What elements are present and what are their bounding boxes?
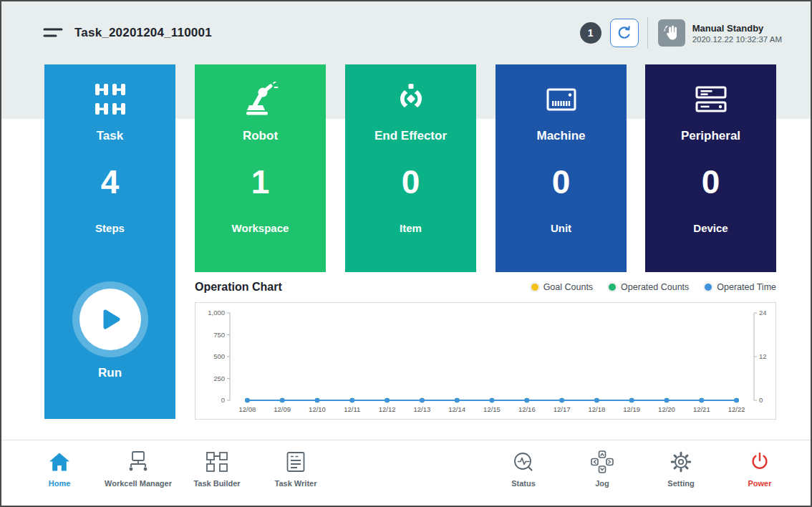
operation-chart-title: Operation Chart — [195, 281, 282, 294]
task-writer-icon — [286, 449, 306, 475]
nav-label-power: Power — [748, 479, 771, 488]
operated-counts-label: Operated Counts — [621, 282, 689, 292]
robot-card-label: Robot — [243, 129, 278, 143]
svg-text:12/09: 12/09 — [274, 405, 291, 413]
nav-label-status: Status — [511, 479, 536, 488]
nav-item-status[interactable]: Status — [484, 449, 563, 488]
rotate-icon — [617, 25, 632, 41]
svg-text:750: 750 — [213, 331, 225, 339]
task-title: Task_20201204_110001 — [74, 26, 212, 40]
legend-item-goal-counts: Goal Counts — [531, 282, 593, 292]
end-effector-icon — [395, 79, 427, 120]
peripheral-icon — [695, 79, 728, 120]
peripheral-card[interactable]: Peripheral 0 Device — [645, 64, 776, 272]
nav-item-task-builder[interactable]: Task Builder — [178, 449, 256, 488]
svg-text:12/22: 12/22 — [728, 405, 745, 413]
gear-icon — [670, 449, 692, 475]
nav-item-setting[interactable]: Setting — [642, 449, 720, 488]
notification-count-badge[interactable]: 1 — [580, 22, 601, 44]
goal-counts-label: Goal Counts — [543, 282, 593, 292]
svg-text:12/20: 12/20 — [658, 405, 675, 413]
robot-card[interactable]: Robot 1 Workspace — [195, 64, 326, 272]
play-icon — [98, 306, 122, 332]
robot-count: 1 — [251, 163, 270, 201]
svg-text:24: 24 — [759, 309, 767, 317]
svg-text:12/18: 12/18 — [589, 405, 606, 413]
svg-text:250: 250 — [213, 375, 225, 382]
jog-icon — [590, 449, 614, 475]
hamburger-icon — [43, 26, 63, 40]
end-effector-card[interactable]: End Effector 0 Item — [345, 64, 476, 272]
task-card[interactable]: Task 4 Steps Run — [44, 64, 175, 419]
task-card-unit: Steps — [95, 222, 125, 234]
svg-text:12/10: 12/10 — [309, 405, 326, 413]
svg-text:12/15: 12/15 — [483, 405, 501, 413]
legend-item-operated-time: Operated Time — [705, 282, 776, 292]
task-steps-count: 4 — [101, 163, 120, 201]
legend-item-operated-counts: Operated Counts — [609, 282, 689, 292]
machine-card-label: Machine — [536, 129, 585, 143]
task-icon — [95, 79, 125, 120]
datetime-label: 2020.12.22 10:32:37 AM — [692, 35, 782, 44]
operated-time-dot — [705, 284, 712, 291]
app-window: Task_20201204_110001 1 Manual Standby 20… — [0, 0, 812, 507]
svg-text:0: 0 — [759, 396, 763, 404]
svg-text:12/14: 12/14 — [448, 405, 465, 413]
nav-item-workcell-manager[interactable]: Workcell Manager — [99, 449, 178, 488]
operated-counts-dot — [609, 284, 616, 291]
nav-item-task-writer[interactable]: Task Writer — [256, 449, 335, 488]
operation-chart-header: Operation Chart Goal Counts Operated Cou… — [195, 281, 776, 294]
svg-text:12/21: 12/21 — [693, 405, 710, 413]
manual-mode-icon[interactable] — [658, 19, 685, 47]
robot-mode-label: Manual Standby — [692, 23, 782, 34]
machine-icon — [544, 79, 579, 120]
peripheral-card-label: Peripheral — [681, 129, 740, 143]
svg-text:12/19: 12/19 — [623, 405, 640, 413]
robot-icon — [243, 79, 279, 120]
operation-chart-plot: 02505007501,0000122412/0812/0912/1012/11… — [195, 302, 776, 420]
machine-card[interactable]: Machine 0 Unit — [496, 64, 627, 272]
servo-rotate-button[interactable] — [610, 19, 639, 47]
svg-text:12/16: 12/16 — [518, 405, 536, 413]
machine-count: 0 — [552, 163, 571, 201]
nav-label-home: Home — [49, 479, 71, 488]
nav-group-right: Status — [484, 449, 799, 488]
home-icon — [49, 449, 70, 475]
machine-card-unit: Unit — [551, 222, 571, 234]
goal-counts-dot — [531, 284, 538, 291]
svg-text:0: 0 — [221, 396, 225, 404]
hand-icon — [663, 24, 680, 42]
robot-card-unit: Workspace — [232, 222, 289, 234]
nav-label-setting: Setting — [667, 479, 694, 488]
end-effector-card-label: End Effector — [374, 129, 447, 143]
svg-text:12/08: 12/08 — [239, 405, 256, 413]
hamburger-menu-button[interactable] — [43, 26, 63, 40]
svg-text:12/17: 12/17 — [554, 405, 571, 413]
nav-label-task-builder: Task Builder — [193, 479, 240, 488]
power-icon — [749, 449, 770, 475]
end-effector-count: 0 — [402, 163, 420, 201]
peripheral-count: 0 — [702, 163, 720, 201]
nav-label-workcell-manager: Workcell Manager — [105, 479, 172, 488]
run-label: Run — [98, 366, 122, 380]
run-button[interactable] — [79, 289, 141, 350]
bottom-nav: Home Workcell Manager — [1, 440, 811, 506]
operated-time-label: Operated Time — [717, 282, 776, 292]
nav-item-home[interactable]: Home — [20, 449, 99, 488]
task-builder-icon — [206, 449, 228, 475]
nav-item-power[interactable]: Power — [720, 449, 799, 488]
end-effector-card-unit: Item — [400, 222, 422, 234]
workcell-manager-icon — [125, 449, 151, 475]
nav-label-jog: Jog — [595, 479, 609, 488]
robot-mode-status: Manual Standby 2020.12.22 10:32:37 AM — [692, 23, 782, 44]
nav-label-task-writer: Task Writer — [275, 479, 317, 488]
nav-group-left: Home Workcell Manager — [20, 449, 335, 488]
svg-text:12: 12 — [759, 352, 767, 360]
peripheral-card-unit: Device — [693, 222, 728, 234]
svg-text:500: 500 — [213, 352, 225, 360]
chart-legend: Goal Counts Operated Counts Operated Tim… — [531, 282, 776, 292]
nav-item-jog[interactable]: Jog — [563, 449, 642, 488]
task-card-label: Task — [97, 129, 124, 143]
status-icon — [512, 449, 535, 475]
header-divider — [647, 17, 648, 49]
